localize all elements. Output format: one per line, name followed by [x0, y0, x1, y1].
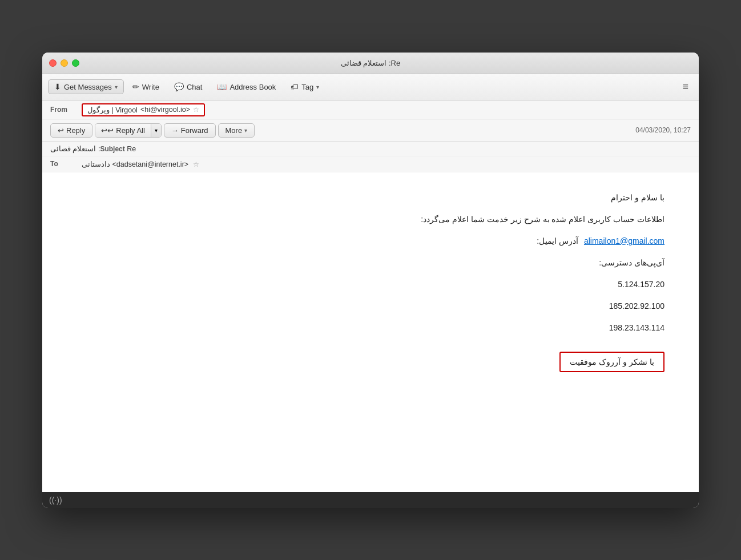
subject-row: Subject Re: استعلام قضائی — [42, 142, 699, 156]
tag-icon: 🏷 — [291, 82, 299, 91]
intro-text: اطلاعات حساب کاربری اعلام شده به شرح زیر… — [76, 211, 665, 227]
address-book-icon: 📖 — [217, 82, 227, 91]
email-body: با سلام و احترام اطلاعات حساب کاربری اعل… — [42, 172, 699, 492]
traffic-lights — [49, 59, 79, 67]
inbox-icon: ⬇ — [54, 82, 61, 91]
forward-icon: → — [171, 126, 179, 135]
chat-button[interactable]: 💬 Chat — [168, 79, 208, 94]
reply-arrow-icon: ↩ — [58, 126, 64, 135]
reply-section: ↩ Reply ↩↩ Reply All ▾ → Forward More ▾ … — [42, 120, 699, 142]
ip2: 185.202.92.100 — [76, 298, 665, 314]
more-label: More — [225, 126, 243, 135]
chat-icon: 💬 — [174, 82, 184, 91]
from-label: From — [50, 106, 82, 114]
more-button[interactable]: More ▾ — [218, 123, 255, 138]
star-icon[interactable]: ☆ — [193, 106, 199, 114]
reply-button[interactable]: ↩ Reply — [50, 123, 92, 138]
minimize-button[interactable] — [61, 59, 68, 67]
from-highlight-box: ویرگول | Virgool <hi@virgool.io> ☆ — [82, 103, 205, 116]
to-row: To دادستانی <dadsetani@internet.ir> ☆ — [42, 156, 699, 172]
tag-label: Tag — [301, 83, 313, 91]
reply-all-arrow-icon: ↩↩ — [101, 126, 114, 135]
email-label: آدرس ایمیل: — [537, 236, 578, 245]
ip3: 198.23.143.114 — [76, 320, 665, 336]
email-link[interactable]: alimailon1@gmail.com — [584, 236, 665, 245]
tag-dropdown-icon: ▾ — [316, 84, 319, 90]
get-messages-label: Get Messages — [64, 83, 112, 91]
wifi-icon: ((·)) — [49, 495, 62, 505]
get-messages-dropdown-icon: ▾ — [115, 84, 118, 90]
from-email: <hi@virgool.io> — [140, 106, 190, 114]
toolbar: ⬇ Get Messages ▾ ✏ Write 💬 Chat 📖 Addres… — [42, 74, 699, 100]
close-button[interactable] — [49, 59, 57, 67]
from-row: From ویرگول | Virgool <hi@virgool.io> ☆ — [42, 100, 699, 120]
to-name: دادستانی — [82, 160, 110, 168]
forward-label: Forward — [181, 126, 208, 135]
email-window: Re: استعلام قضائی ⬇ Get Messages ▾ ✏ Wri… — [42, 53, 699, 508]
address-book-button[interactable]: 📖 Address Book — [211, 79, 282, 94]
reply-label: Reply — [66, 126, 85, 135]
closing-section: با تشکر و آرروک موفقیت — [76, 346, 665, 372]
ip-label: آی‌پی‌های دسترسی: — [76, 255, 665, 271]
subject-text: Subject Re: استعلام قضائی — [50, 144, 139, 153]
write-label: Write — [142, 83, 159, 91]
more-dropdown-icon: ▾ — [244, 127, 247, 134]
reply-buttons-group: ↩ Reply ↩↩ Reply All ▾ → Forward More ▾ — [50, 123, 255, 138]
pencil-icon: ✏ — [132, 82, 139, 91]
to-email: <dadsetani@internet.ir> — [112, 160, 188, 168]
email-timestamp: 04/03/2020, 10:27 — [635, 126, 691, 134]
subject-label: Subject — [100, 145, 124, 153]
address-book-label: Address Book — [229, 83, 276, 91]
from-name: ویرگول | Virgool — [87, 106, 138, 114]
to-value: دادستانی <dadsetani@internet.ir> ☆ — [82, 160, 691, 168]
forward-button[interactable]: → Forward — [164, 123, 216, 138]
from-value: ویرگول | Virgool <hi@virgool.io> ☆ — [82, 103, 691, 116]
closing-text: با تشکر و آرروک موفقیت — [559, 352, 665, 372]
chat-label: Chat — [187, 83, 202, 91]
reply-all-dropdown-icon[interactable]: ▾ — [151, 124, 161, 137]
maximize-button[interactable] — [72, 59, 79, 67]
reply-all-button[interactable]: ↩↩ Reply All — [95, 124, 151, 137]
window-title: Re: استعلام قضائی — [341, 59, 400, 67]
ip1: 5.124.157.20 — [76, 276, 665, 292]
title-bar: Re: استعلام قضائی — [42, 53, 699, 74]
get-messages-button[interactable]: ⬇ Get Messages ▾ — [48, 79, 124, 94]
tag-button[interactable]: 🏷 Tag ▾ — [284, 79, 325, 94]
hamburger-menu-icon[interactable]: ≡ — [678, 79, 693, 95]
greeting: با سلام و احترام — [76, 190, 665, 206]
to-star-icon[interactable]: ☆ — [193, 160, 199, 168]
write-button[interactable]: ✏ Write — [126, 79, 166, 94]
to-label: To — [50, 160, 82, 168]
reply-all-wrap: ↩↩ Reply All ▾ — [95, 123, 162, 138]
reply-all-label: Reply All — [116, 126, 145, 135]
email-line: alimailon1@gmail.com آدرس ایمیل: — [76, 233, 665, 249]
status-bar: ((·)) — [42, 492, 699, 508]
